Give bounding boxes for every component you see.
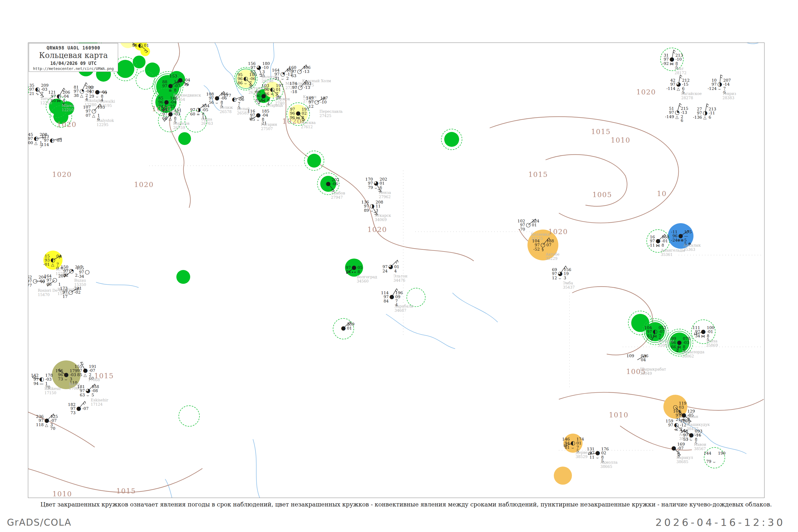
dewpoint-value: 14 — [346, 270, 351, 274]
cloud-cover-symbol: ◐ — [653, 329, 658, 334]
isobar-value-label: 1010 — [52, 490, 72, 498]
station-name-label: Злиха35869 — [706, 339, 718, 347]
station-name-label: Вагайское28278 — [681, 92, 702, 100]
humidity-value: 94 — [565, 441, 570, 445]
cloud-cover-symbol: ◔ — [79, 88, 84, 94]
cloud-cover-symbol: ◕ — [388, 264, 393, 269]
dewpoint-value: 24 — [382, 269, 387, 273]
humidity-value: 97 — [292, 86, 297, 90]
station-name-label: Bialystok12295 — [97, 118, 114, 127]
isobar-value-label: 1020 — [52, 171, 72, 178]
humidity-value: 97 — [46, 278, 52, 282]
humidity-value: 97 — [28, 279, 32, 283]
weather-symbol: △ — [83, 373, 87, 377]
weather-symbol: ⌣ — [690, 438, 692, 442]
cloud-cover-symbol: ○ — [68, 289, 73, 295]
dewpoint-value: -52 — [533, 247, 540, 251]
pressure-tendency-value: -03 — [45, 377, 52, 381]
pressure-tendency-value: 01 — [347, 326, 352, 330]
cloud-cover-symbol: ◔ — [675, 110, 680, 115]
dewpoint-value: -24 — [671, 238, 678, 242]
pressure-tendency-value: -07 — [89, 369, 95, 373]
station-name-label: Амангельды35361 — [661, 248, 685, 257]
cloud-cover-symbol: ○ — [526, 222, 531, 228]
dewpoint-value: 29 — [89, 94, 94, 98]
cloud-amount-value: 7 — [41, 92, 44, 96]
weather-symbol: ⌣ — [257, 118, 259, 122]
pressure-tendency-value: 11 — [376, 204, 381, 208]
cloud-cover-symbol: ◕ — [676, 81, 681, 87]
map-title: Кольцевая карта — [29, 51, 118, 60]
weather-symbol: ⌣ — [65, 377, 67, 381]
dewpoint-value: -34 — [78, 274, 84, 279]
dewpoint-value: -92 — [662, 62, 669, 66]
weather-symbol: ⌣ — [96, 95, 98, 99]
weather-symbol: △ — [677, 87, 680, 91]
cloud-cover-symbol: ◕ — [86, 388, 91, 394]
cloud-amount-value: 2 — [75, 273, 78, 278]
cloud-cover-symbol: ○ — [92, 108, 96, 114]
dewpoint-value: 66 — [671, 345, 676, 349]
dewpoint-value: 12 — [552, 276, 557, 280]
humidity-value: 97 — [669, 111, 674, 115]
weather-symbol: § — [542, 248, 544, 252]
pressure-tendency-value: -01 — [707, 330, 713, 334]
humidity-value: 97 — [190, 108, 195, 112]
dewpoint-value: 17 — [62, 295, 68, 299]
weather-symbol: ⋈ — [653, 334, 657, 338]
humidity-value: 97 — [650, 239, 655, 243]
station-name-label: Аркалык35363 — [683, 243, 701, 252]
weather-symbol: ⌣ — [571, 446, 574, 450]
pressure-tendency-value: -10 — [320, 100, 327, 104]
dewpoint-value: 83 — [647, 334, 652, 338]
cloud-cover-symbol: ● — [178, 77, 183, 83]
cloud-cover-symbol: ● — [256, 112, 261, 118]
station-name-label: Mlawa12210 — [62, 103, 75, 112]
cloud-cover-symbol: ● — [390, 294, 394, 300]
cloud-cover-symbol: ● — [64, 372, 69, 377]
station-name-label: Москва27612 — [301, 120, 316, 129]
humidity-value: 97 — [39, 419, 44, 423]
map-source-url: http://meteocenter.net/circ/URWA.png — [29, 66, 118, 71]
pressure-tendency-value: -07 — [50, 419, 57, 423]
cloud-cover-symbol: ◐ — [50, 137, 55, 143]
cloud-cover-symbol: ● — [341, 325, 346, 331]
humidity-value: 97 — [80, 389, 85, 393]
pressure-tendency-value: -06 — [249, 77, 255, 81]
pressure-tendency-value: 07 — [546, 243, 551, 247]
weather-symbol: ⌣ — [370, 209, 373, 213]
isobar-value-label: 1020 — [57, 120, 77, 129]
pressure-tendency-value: -08 — [92, 389, 98, 393]
pressure-tendency-value: -05 — [687, 413, 694, 417]
pressure-tendency-value: 01 — [144, 44, 149, 48]
cb-cloud-ring — [136, 71, 155, 90]
pressure-tendency-value: 02 — [302, 111, 307, 115]
temperature-value: 153 — [169, 74, 177, 78]
pressure-tendency-value: -11 — [709, 111, 715, 115]
dewpoint-value: -18 — [291, 90, 297, 94]
pressure-tendency-value: -13 — [303, 70, 309, 74]
dewpoint-value: 63 — [80, 393, 85, 397]
humidity-value: 97 — [74, 89, 79, 93]
pressure-value: 207 — [58, 274, 66, 278]
weather-symbol: ∿ — [36, 92, 39, 96]
cloud-cover-symbol: ◕ — [374, 180, 379, 186]
humidity-value: 97 — [535, 243, 540, 247]
weather-symbol: ⋈ — [656, 244, 660, 248]
dewpoint-value: -114 — [666, 87, 676, 91]
map-canvas: 1020102010201020102010201020102010201015… — [28, 42, 764, 498]
pressure-tendency-value: 09 — [395, 295, 400, 299]
weather-symbol: △ — [34, 141, 38, 145]
dewpoint-value: 55 — [250, 118, 255, 121]
station-name-label: Тамбов27947 — [331, 191, 345, 200]
cloud-amount-value: 16 — [184, 82, 189, 87]
dewpoint-value: 00 — [28, 141, 33, 145]
weather-symbol: ⌣ — [718, 87, 721, 91]
cloud-cover-symbol: ○ — [85, 269, 90, 275]
cloud-cover-symbol: ◑ — [717, 81, 722, 87]
station-name-label: Харабали34687 — [395, 304, 413, 312]
temperature-value: 109 — [626, 354, 634, 358]
station-name-label: Навои38567 — [694, 442, 706, 451]
cloud-amount-value: 3 — [564, 276, 566, 280]
dewpoint-value: 89 — [364, 209, 369, 212]
